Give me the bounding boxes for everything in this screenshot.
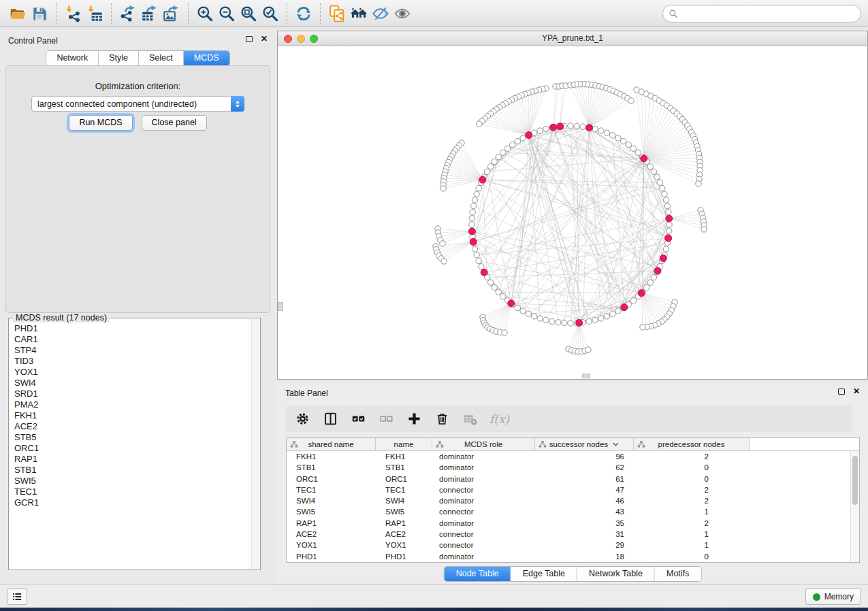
cell-mcds-role[interactable]: connector <box>432 529 535 540</box>
cell-mcds-role[interactable]: dominator <box>432 518 535 529</box>
table-tab-node-table[interactable]: Node Table <box>445 567 511 581</box>
cell-successor-nodes[interactable]: 18 <box>535 551 634 562</box>
cell-mcds-role[interactable]: dominator <box>432 551 535 562</box>
cell-mcds-role[interactable]: dominator <box>432 495 535 506</box>
apply-layout-button[interactable] <box>293 3 315 24</box>
cell-shared-name[interactable]: SWI4 <box>287 495 376 506</box>
cell-mcds-role[interactable]: dominator <box>432 462 535 473</box>
float-panel-icon[interactable] <box>246 36 253 42</box>
cell-name[interactable]: SWI4 <box>376 495 432 506</box>
table-row[interactable]: YOX1YOX1connector291 <box>287 540 859 550</box>
table-row[interactable]: ACE2ACE2connector311 <box>287 529 859 540</box>
cell-successor-nodes[interactable]: 96 <box>535 451 634 462</box>
minimize-window-icon[interactable] <box>297 35 305 43</box>
mcds-result-item[interactable]: GCR1 <box>14 497 251 508</box>
table-row[interactable]: SWI4SWI4dominator462 <box>287 495 859 506</box>
close-panel-icon[interactable]: ✕ <box>261 35 268 42</box>
table-row[interactable]: FKH1FKH1dominator962 <box>287 451 859 462</box>
show-neighbors-button[interactable] <box>348 3 370 24</box>
cell-name[interactable]: STB1 <box>376 462 432 473</box>
column-header-shared-name[interactable]: shared name <box>287 438 376 450</box>
tab-style[interactable]: Style <box>99 51 139 65</box>
table-row[interactable]: TEC1TEC1connector472 <box>287 484 859 495</box>
cell-shared-name[interactable]: ORC1 <box>287 474 376 484</box>
export-network-button[interactable] <box>117 3 139 24</box>
close-table-panel-icon[interactable]: ✕ <box>853 388 860 395</box>
float-table-panel-icon[interactable] <box>838 389 845 395</box>
mcds-result-item[interactable]: YOX1 <box>14 367 251 378</box>
tab-mcds[interactable]: MCDS <box>184 51 229 65</box>
cell-successor-nodes[interactable]: 62 <box>535 462 634 473</box>
export-image-button[interactable] <box>161 3 182 24</box>
network-graph[interactable] <box>278 46 867 380</box>
table-row[interactable]: ORC1ORC1dominator610 <box>287 474 859 484</box>
search-input[interactable] <box>662 5 861 22</box>
cell-successor-nodes[interactable]: 29 <box>535 540 634 550</box>
cell-mcds-role[interactable]: dominator <box>432 474 535 484</box>
table-scroll-thumb[interactable] <box>852 456 858 505</box>
open-file-button[interactable] <box>7 3 29 24</box>
cell-name[interactable]: YOX1 <box>376 540 432 550</box>
create-column-button[interactable] <box>406 411 422 427</box>
cell-mcds-role[interactable]: connector <box>432 506 535 517</box>
show-column-button[interactable] <box>322 411 338 427</box>
table-row[interactable]: PHD1PHD1dominator180 <box>287 551 859 562</box>
column-header-name[interactable]: name <box>376 438 432 450</box>
cell-predecessor-nodes[interactable]: 1 <box>634 506 750 517</box>
cell-shared-name[interactable]: SWI5 <box>287 506 376 517</box>
cell-name[interactable]: FKH1 <box>376 451 432 462</box>
zoom-out-button[interactable] <box>216 3 238 24</box>
table-row[interactable]: SWI5SWI5connector431 <box>287 506 859 517</box>
deselect-all-rows-button[interactable] <box>378 411 394 427</box>
cell-shared-name[interactable]: FKH1 <box>287 451 376 462</box>
zoom-selected-button[interactable] <box>259 3 281 24</box>
run-mcds-button[interactable]: Run MCDS <box>69 115 132 131</box>
network-horizontal-scroll-thumb[interactable] <box>582 374 590 378</box>
close-panel-button[interactable]: Close panel <box>142 115 207 131</box>
cell-name[interactable]: PHD1 <box>376 551 432 562</box>
import-table-button[interactable] <box>84 3 106 24</box>
show-all-button[interactable] <box>391 3 413 24</box>
mcds-result-item[interactable]: CAR1 <box>14 334 251 345</box>
cell-successor-nodes[interactable]: 35 <box>535 518 634 529</box>
cell-shared-name[interactable]: YOX1 <box>287 540 376 550</box>
export-table-button[interactable] <box>139 3 161 24</box>
cell-name[interactable]: RAP1 <box>376 518 432 529</box>
cell-predecessor-nodes[interactable]: 2 <box>634 518 750 529</box>
delete-column-button[interactable] <box>434 411 450 427</box>
mcds-result-item[interactable]: PHD1 <box>14 323 251 334</box>
cell-predecessor-nodes[interactable]: 0 <box>634 462 750 473</box>
close-window-icon[interactable] <box>284 35 292 43</box>
cell-shared-name[interactable]: TEC1 <box>287 484 376 495</box>
cell-predecessor-nodes[interactable]: 0 <box>634 474 750 484</box>
cell-successor-nodes[interactable]: 47 <box>535 484 634 495</box>
cell-shared-name[interactable]: ACE2 <box>287 529 376 540</box>
tab-select[interactable]: Select <box>139 51 184 65</box>
memory-button[interactable]: Memory <box>805 589 861 605</box>
column-header-successor-nodes[interactable]: successor nodes <box>535 438 634 450</box>
mcds-result-item[interactable]: STP4 <box>14 345 251 356</box>
mcds-result-item[interactable]: ORC1 <box>14 443 251 454</box>
cell-predecessor-nodes[interactable]: 1 <box>634 529 750 540</box>
mcds-result-item[interactable]: TID3 <box>14 356 251 367</box>
zoom-fit-button[interactable] <box>238 3 259 24</box>
cell-name[interactable]: ACE2 <box>376 529 432 540</box>
cell-mcds-role[interactable]: dominator <box>432 451 535 462</box>
tab-network[interactable]: Network <box>46 51 99 65</box>
table-tab-motifs[interactable]: Motifs <box>655 567 701 581</box>
mcds-result-scrollbar[interactable] <box>251 319 259 569</box>
save-session-button[interactable] <box>29 3 50 24</box>
maximize-window-icon[interactable] <box>310 35 318 43</box>
mcds-result-item[interactable]: SRD1 <box>14 389 251 399</box>
cell-successor-nodes[interactable]: 31 <box>535 529 634 540</box>
mcds-result-item[interactable]: ACE2 <box>14 421 251 432</box>
clone-network-button[interactable] <box>326 3 348 24</box>
table-row[interactable]: RAP1RAP1dominator352 <box>287 518 859 529</box>
mcds-result-item[interactable]: PMA2 <box>14 399 251 410</box>
mcds-result-item[interactable]: RAP1 <box>14 454 251 465</box>
select-all-rows-button[interactable] <box>350 411 366 427</box>
cell-successor-nodes[interactable]: 43 <box>535 506 634 517</box>
cell-predecessor-nodes[interactable]: 2 <box>634 495 750 506</box>
mcds-result-item[interactable]: SWI5 <box>14 476 251 486</box>
mcds-result-item[interactable]: SWI4 <box>14 378 251 389</box>
